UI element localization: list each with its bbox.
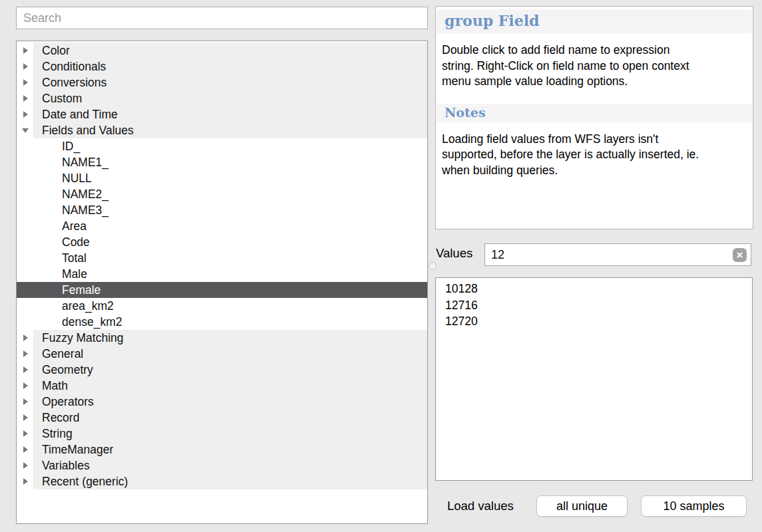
chevron-right-icon[interactable] xyxy=(23,478,28,485)
tree-item-dense-km2[interactable]: dense_km2 xyxy=(17,314,427,330)
chevron-right-icon[interactable] xyxy=(23,398,28,405)
chevron-down-icon[interactable] xyxy=(22,128,29,133)
help-title: group Field xyxy=(437,9,752,33)
tree-item-color[interactable]: Color xyxy=(17,43,427,59)
values-label: Values xyxy=(436,246,473,261)
chevron-right-icon[interactable] xyxy=(23,111,28,118)
chevron-right-icon[interactable] xyxy=(23,382,28,389)
tree-item-geometry[interactable]: Geometry xyxy=(17,362,427,378)
tree-item-label: Conditionals xyxy=(42,59,106,74)
tree-item-label: NAME1_ xyxy=(62,154,108,170)
tree-item-label: Geometry xyxy=(42,362,93,378)
tree-item-male[interactable]: Male xyxy=(17,266,427,282)
tree-item-label: NAME2_ xyxy=(62,186,108,202)
tree-item-label: String xyxy=(42,426,73,442)
tree-item-date-and-time[interactable]: Date and Time xyxy=(17,106,427,122)
values-filter-input[interactable] xyxy=(485,248,733,262)
field-values-list[interactable]: 101281271612720 xyxy=(435,277,753,481)
tree-item-record[interactable]: Record xyxy=(17,410,427,426)
value-item[interactable]: 12720 xyxy=(436,313,752,330)
chevron-right-icon[interactable] xyxy=(23,79,28,86)
value-item[interactable]: 10128 xyxy=(436,281,752,297)
samples-button[interactable]: 10 samples xyxy=(641,495,747,517)
tree-item-label: Date and Time xyxy=(42,106,118,122)
tree-item-string[interactable]: String xyxy=(17,426,427,442)
tree-item-label: dense_km2 xyxy=(62,314,122,330)
help-description: Double click to add field name to expres… xyxy=(442,43,746,90)
tree-item-name3[interactable]: NAME3_ xyxy=(17,202,427,218)
tree-item-label: Custom xyxy=(42,90,82,106)
tree-item-label: Fields and Values xyxy=(42,122,134,138)
tree-item-label: NULL xyxy=(62,170,92,186)
tree-item-id[interactable]: ID_ xyxy=(17,138,427,154)
tree-item-label: Recent (generic) xyxy=(42,473,128,489)
tree-item-general[interactable]: General xyxy=(17,346,427,362)
chevron-right-icon[interactable] xyxy=(23,446,28,453)
tree-item-label: Color xyxy=(42,43,70,59)
tree-item-label: TimeManager xyxy=(42,442,113,458)
tree-item-label: NAME3_ xyxy=(62,202,108,218)
help-panel: group Field Double click to add field na… xyxy=(435,6,753,229)
tree-item-label: Total xyxy=(62,250,87,266)
tree-item-area-km2[interactable]: area_km2 xyxy=(17,298,427,314)
tree-item-label: Area xyxy=(62,218,87,234)
chevron-right-icon[interactable] xyxy=(23,462,28,469)
chevron-right-icon[interactable] xyxy=(23,47,28,54)
chevron-right-icon[interactable] xyxy=(23,350,28,357)
tree-item-variables[interactable]: Variables xyxy=(17,458,427,473)
tree-item-label: Male xyxy=(62,266,87,282)
value-item[interactable]: 12716 xyxy=(436,297,752,314)
tree-item-name1[interactable]: NAME1_ xyxy=(17,154,427,170)
chevron-right-icon[interactable] xyxy=(23,430,28,437)
splitter-handle[interactable] xyxy=(429,262,437,270)
tree-item-label: Record xyxy=(42,410,79,426)
expression-function-tree[interactable]: ColorConditionalsConversionsCustomDate a… xyxy=(16,41,428,524)
tree-item-conditionals[interactable]: Conditionals xyxy=(17,59,427,74)
tree-item-label: Variables xyxy=(42,458,90,473)
help-notes-title: Notes xyxy=(437,104,752,122)
tree-item-label: Conversions xyxy=(42,74,106,90)
tree-item-female[interactable]: Female xyxy=(17,282,427,298)
all-unique-button[interactable]: all unique xyxy=(536,495,628,517)
tree-item-operators[interactable]: Operators xyxy=(17,394,427,410)
tree-item-recent-generic[interactable]: Recent (generic) xyxy=(17,473,427,489)
tree-item-label: Math xyxy=(42,378,68,394)
chevron-right-icon[interactable] xyxy=(23,63,28,70)
help-notes-text: Loading field values from WFS layers isn… xyxy=(442,132,746,179)
search-input[interactable] xyxy=(16,7,428,29)
tree-item-label: area_km2 xyxy=(62,298,114,314)
tree-item-fields-and-values[interactable]: Fields and Values xyxy=(17,122,427,138)
tree-item-fuzzy-matching[interactable]: Fuzzy Matching xyxy=(17,330,427,346)
load-values-label: Load values xyxy=(447,499,514,513)
chevron-right-icon[interactable] xyxy=(23,366,28,373)
tree-item-label: Operators xyxy=(42,394,94,410)
load-values-bar: Load values all unique 10 samples xyxy=(435,495,754,519)
clear-filter-icon[interactable]: × xyxy=(733,248,747,262)
tree-item-total[interactable]: Total xyxy=(17,250,427,266)
tree-item-label: ID_ xyxy=(62,138,80,154)
tree-item-conversions[interactable]: Conversions xyxy=(17,74,427,90)
chevron-right-icon[interactable] xyxy=(23,95,28,102)
chevron-right-icon[interactable] xyxy=(23,414,28,421)
tree-item-custom[interactable]: Custom xyxy=(17,90,427,106)
values-filter-field: × xyxy=(484,243,751,266)
tree-item-label: Fuzzy Matching xyxy=(42,330,124,346)
tree-item-code[interactable]: Code xyxy=(17,234,427,250)
tree-item-null[interactable]: NULL xyxy=(17,170,427,186)
tree-item-label: General xyxy=(42,346,83,362)
tree-item-label: Female xyxy=(62,282,100,298)
chevron-right-icon[interactable] xyxy=(23,334,28,341)
tree-item-timemanager[interactable]: TimeManager xyxy=(17,442,427,458)
tree-item-name2[interactable]: NAME2_ xyxy=(17,186,427,202)
tree-item-math[interactable]: Math xyxy=(17,378,427,394)
tree-item-label: Code xyxy=(62,234,90,250)
tree-item-area[interactable]: Area xyxy=(17,218,427,234)
